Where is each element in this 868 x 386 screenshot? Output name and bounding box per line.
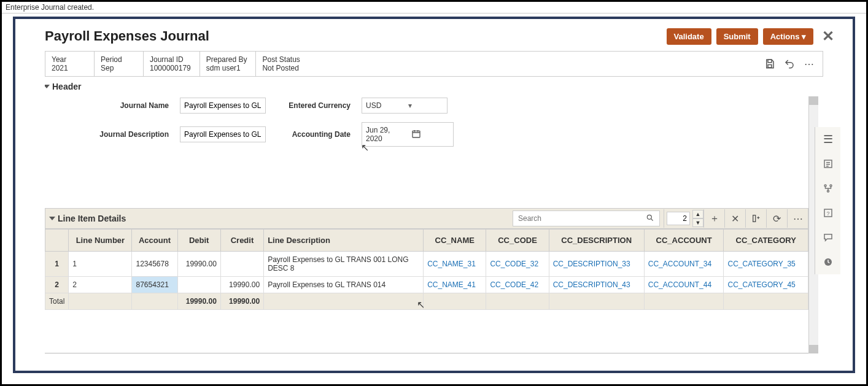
col-credit[interactable]: Credit [220, 230, 263, 252]
delete-row-button[interactable]: ✕ [724, 209, 745, 228]
col-line-description[interactable]: Line Description [264, 230, 424, 252]
line-item-toolbar: Line Item Details ▲ ▼ ＋ [45, 208, 808, 229]
detail-icon[interactable] [815, 152, 841, 176]
journal-info-bar: Year 2021 Period Sep Journal ID 10000001… [45, 51, 823, 77]
cell-credit[interactable] [220, 252, 263, 277]
journal-description-label: Journal Description [52, 130, 169, 139]
cell-cc-category[interactable]: CC_CATEGORY_45 [724, 277, 808, 293]
cell-line-number[interactable]: 1 [69, 252, 132, 277]
cell-account[interactable]: 87654321 [132, 277, 177, 293]
close-icon[interactable]: ✕ [818, 28, 838, 45]
cell-line-number[interactable]: 2 [69, 277, 132, 293]
post-status-label: Post Status [262, 55, 300, 64]
row-number-input[interactable] [667, 212, 690, 225]
right-side-rail: ☰ ? [815, 127, 840, 274]
save-icon[interactable] [760, 54, 780, 74]
cell-debit[interactable]: 19990.00 [177, 252, 220, 277]
row-up-button[interactable]: ▲ [692, 210, 703, 218]
accounting-date-label: Accounting Date [277, 130, 351, 139]
status-message: Enterprise Journal created. [2, 2, 866, 14]
actions-menu-button[interactable]: Actions [763, 28, 813, 45]
svg-rect-0 [768, 60, 772, 63]
col-cc-description[interactable]: CC_DESCRIPTION [549, 230, 644, 252]
hierarchy-icon[interactable] [815, 176, 841, 201]
collapse-icon [49, 217, 55, 220]
grid-more-button[interactable]: ⋯ [787, 209, 808, 228]
col-cc-code[interactable]: CC_CODE [486, 230, 549, 252]
accounting-date-input[interactable]: Jun 29, 2020 [362, 122, 454, 147]
line-item-section-title: Line Item Details [58, 214, 126, 223]
svg-point-3 [647, 215, 651, 219]
line-search[interactable] [513, 210, 660, 226]
row-down-button[interactable]: ▼ [692, 218, 703, 227]
page-title: Payroll Expenses Journal [45, 28, 209, 44]
journal-name-label: Journal Name [52, 101, 169, 110]
row-index: 1 [45, 252, 69, 277]
cell-account[interactable]: 12345678 [132, 252, 177, 277]
table-row[interactable]: 228765432119990.00Payroll Expenses to GL… [45, 277, 808, 293]
help-icon[interactable]: ? [815, 201, 841, 225]
col-cc-name[interactable]: CC_NAME [424, 230, 486, 252]
header-section-toggle[interactable]: Header [45, 82, 808, 91]
svg-point-7 [830, 185, 832, 187]
line-item-table: Line Number Account Debit Credit Line De… [45, 229, 808, 310]
cell-credit[interactable]: 19990.00 [220, 277, 263, 293]
col-cc-category[interactable]: CC_CATEGORY [724, 230, 808, 252]
list-icon[interactable]: ☰ [815, 127, 841, 152]
cell-cc-account[interactable]: CC_ACCOUNT_34 [644, 252, 724, 277]
cell-cc-code[interactable]: CC_CODE_42 [486, 277, 549, 293]
total-credit: 19990.00 [220, 293, 263, 310]
search-icon[interactable] [641, 214, 659, 224]
entered-currency-label: Entered Currency [277, 101, 351, 110]
cell-cc-name[interactable]: CC_NAME_31 [424, 252, 486, 277]
insert-row-button[interactable] [745, 209, 766, 228]
entered-currency-select[interactable]: USD ▾ [362, 98, 448, 114]
svg-rect-1 [768, 65, 772, 68]
total-label: Total [45, 293, 69, 310]
cell-cc-category[interactable]: CC_CATEGORY_35 [724, 252, 808, 277]
total-debit: 19990.00 [177, 293, 220, 310]
search-input[interactable] [513, 211, 641, 226]
cell-cc-account[interactable]: CC_ACCOUNT_44 [644, 277, 724, 293]
undo-icon[interactable] [780, 54, 799, 74]
cell-line-description[interactable]: Payroll Expenses to GL TRANS 014 [264, 277, 424, 293]
title-bar: Payroll Expenses Journal Validate Submit… [15, 19, 853, 51]
comment-icon[interactable] [815, 225, 841, 250]
clock-icon[interactable] [815, 250, 841, 274]
cell-cc-name[interactable]: CC_NAME_41 [424, 277, 486, 293]
svg-point-6 [824, 185, 826, 187]
add-row-button[interactable]: ＋ [703, 209, 724, 228]
table-row[interactable]: 111234567819990.00Payroll Expenses to GL… [45, 252, 808, 277]
content-region: Header Journal Name Entered Currency USD… [45, 78, 808, 353]
col-account[interactable]: Account [132, 230, 177, 252]
refresh-button[interactable]: ⟳ [766, 209, 787, 228]
cell-line-description[interactable]: Payroll Expenses to GL TRANS 001 LONG DE… [264, 252, 424, 277]
line-item-section-toggle[interactable]: Line Item Details [45, 210, 131, 227]
collapse-icon [45, 85, 50, 88]
journal-name-input[interactable] [180, 98, 266, 114]
accounting-date-value: Jun 29, 2020 [362, 123, 408, 146]
col-cc-account[interactable]: CC_ACCOUNT [644, 230, 724, 252]
chevron-down-icon: ▾ [403, 101, 447, 110]
svg-rect-2 [413, 131, 420, 137]
cell-cc-description[interactable]: CC_DESCRIPTION_43 [549, 277, 644, 293]
calendar-icon[interactable] [408, 129, 453, 141]
action-buttons: Validate Submit Actions ✕ [667, 28, 839, 45]
prepared-by-label: Prepared By [206, 55, 247, 64]
journal-id-label: Journal ID [150, 55, 191, 64]
col-debit[interactable]: Debit [177, 230, 220, 252]
journal-description-input[interactable] [180, 126, 266, 142]
info-post-status: Post Status Not Posted [256, 52, 308, 76]
info-journal-id: Journal ID 1000000179 [144, 52, 200, 76]
cell-debit[interactable] [177, 277, 220, 293]
row-index: 2 [45, 277, 69, 293]
col-line-number[interactable]: Line Number [69, 230, 132, 252]
more-icon[interactable]: ⋯ [799, 54, 819, 74]
submit-button[interactable]: Submit [716, 28, 758, 45]
cell-cc-description[interactable]: CC_DESCRIPTION_33 [549, 252, 644, 277]
cell-cc-code[interactable]: CC_CODE_32 [486, 252, 549, 277]
line-item-section: Line Item Details ▲ ▼ ＋ [45, 208, 808, 310]
info-year: Year 2021 [45, 52, 95, 76]
validate-button[interactable]: Validate [667, 28, 711, 45]
journal-id-value: 1000000179 [150, 64, 191, 72]
